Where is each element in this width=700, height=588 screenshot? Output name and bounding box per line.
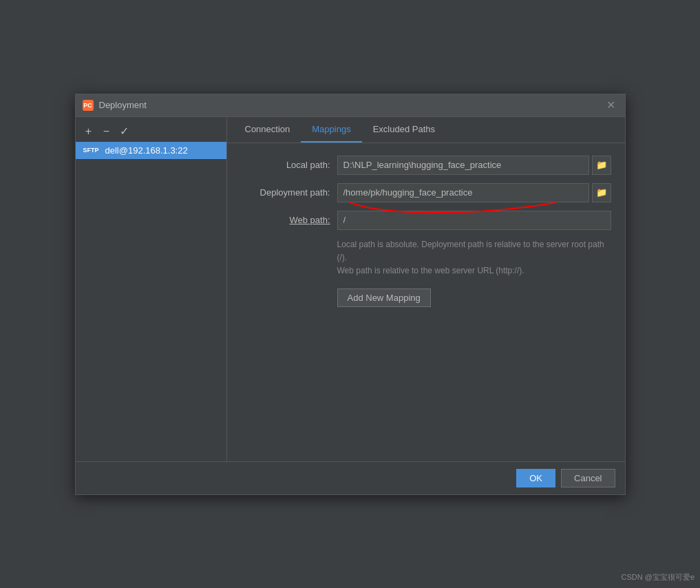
tab-excluded-paths[interactable]: Excluded Paths (362, 117, 446, 143)
cancel-button[interactable]: Cancel (561, 469, 615, 487)
add-new-mapping-button[interactable]: Add New Mapping (337, 288, 431, 307)
tab-connection[interactable]: Connection (234, 117, 301, 143)
web-path-input[interactable] (337, 211, 611, 230)
sidebar-toolbar: + − ✓ (76, 121, 226, 142)
deployment-path-folder-button[interactable]: 📁 (592, 183, 611, 202)
sidebar-item-server[interactable]: SFTP dell@192.168.1.3:22 (76, 142, 226, 159)
ok-button[interactable]: OK (516, 469, 555, 487)
confirm-button[interactable]: ✓ (117, 124, 132, 139)
hint-line2: Web path is relative to the web server U… (337, 264, 611, 277)
watermark: CSDN @宝宝很可爱e (621, 572, 694, 582)
hint-text: Local path is absolute. Deployment path … (337, 238, 611, 278)
deployment-path-input-wrap: 📁 (337, 183, 611, 202)
web-path-row: Web path: (241, 211, 611, 230)
local-path-input[interactable] (337, 156, 589, 175)
folder-icon-2: 📁 (596, 187, 607, 198)
tab-mappings[interactable]: Mappings (301, 117, 361, 143)
remove-server-button[interactable]: − (99, 124, 114, 139)
web-path-input-wrap (337, 211, 611, 230)
app-icon: PC (83, 100, 94, 111)
web-path-label: Web path: (241, 215, 337, 225)
main-content: Connection Mappings Excluded Paths Local… (227, 117, 625, 461)
local-path-input-wrap: 📁 (337, 156, 611, 175)
sftp-badge: SFTP (81, 146, 101, 154)
folder-icon: 📁 (596, 160, 607, 170)
deployment-path-label: Deployment path: (241, 187, 337, 198)
title-bar: PC Deployment ✕ (76, 94, 625, 117)
deployment-dialog: PC Deployment ✕ + − ✓ SFTP dell@192.168.… (75, 94, 626, 495)
sidebar: + − ✓ SFTP dell@192.168.1.3:22 (76, 117, 227, 461)
deployment-path-input[interactable] (337, 183, 589, 202)
form-area: Local path: 📁 Deployment path: 📁 (227, 143, 625, 461)
hint-line1: Local path is absolute. Deployment path … (337, 238, 611, 264)
dialog-title: Deployment (99, 100, 147, 110)
add-server-button[interactable]: + (81, 124, 96, 139)
server-label: dell@192.168.1.3:22 (105, 145, 188, 156)
local-path-row: Local path: 📁 (241, 156, 611, 175)
title-bar-left: PC Deployment (83, 100, 147, 111)
deployment-path-row: Deployment path: 📁 (241, 183, 611, 202)
local-path-folder-button[interactable]: 📁 (592, 156, 611, 175)
local-path-label: Local path: (241, 160, 337, 170)
dialog-footer: OK Cancel (76, 461, 625, 494)
tabs-bar: Connection Mappings Excluded Paths (227, 117, 625, 143)
close-button[interactable]: ✕ (604, 98, 618, 112)
dialog-body: + − ✓ SFTP dell@192.168.1.3:22 Connectio… (76, 117, 625, 461)
